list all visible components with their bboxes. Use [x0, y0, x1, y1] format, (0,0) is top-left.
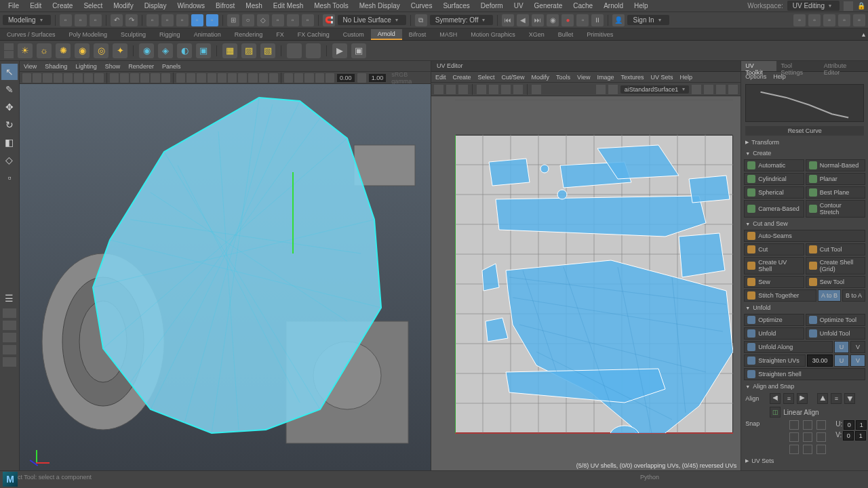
arnold-checker3-icon[interactable]: ▧ [260, 43, 275, 58]
layout5-button[interactable]: ▫ [853, 14, 865, 26]
select-mode-button[interactable]: ▫ [146, 14, 159, 26]
menu-arnold[interactable]: Arnold [598, 2, 629, 9]
t7[interactable]: ⏸ [591, 14, 604, 26]
uv-btn[interactable] [477, 85, 486, 94]
shelf-tab-fxcache[interactable]: FX Caching [291, 30, 336, 39]
uv-btn[interactable] [513, 85, 523, 94]
vp-gamma[interactable]: 1.00 [369, 74, 387, 82]
vp-btn[interactable] [43, 73, 52, 83]
layout1-button[interactable]: ▫ [793, 14, 806, 26]
linear-align-icon[interactable]: ◫ [770, 407, 781, 418]
vp-menu-show[interactable]: Show [105, 63, 121, 70]
uvm-help[interactable]: Help [679, 74, 692, 81]
vp-btn[interactable] [238, 73, 247, 83]
shelf-tab-render[interactable]: Rendering [228, 30, 270, 39]
shelf-tab-arnold[interactable]: Arnold [371, 29, 402, 40]
lock-icon[interactable]: 🔒 [857, 2, 865, 9]
section-cutsew[interactable]: ▼Cut and Sew [741, 218, 868, 229]
vp-btn[interactable] [22, 73, 31, 83]
uv-btn[interactable] [458, 85, 468, 94]
align-left[interactable]: ⯇ [770, 393, 781, 404]
vp-menu-shading[interactable]: Shading [45, 63, 67, 70]
vp-btn[interactable] [64, 73, 73, 83]
btn-unfold-along[interactable]: Unfold Along [744, 341, 833, 353]
shelf-tab-bullet[interactable]: Bullet [551, 30, 580, 39]
arnold-mesh-light-icon[interactable]: ✺ [56, 43, 71, 58]
menu-curves[interactable]: Curves [406, 2, 438, 9]
tab-attr-editor[interactable]: Attribute Editor [820, 61, 868, 71]
menu-edit[interactable]: Edit [24, 2, 47, 9]
btn-camera-based[interactable]: Camera-Based [744, 200, 804, 218]
uv-btn[interactable] [501, 85, 511, 94]
shelf-tab-sculpt[interactable]: Sculpting [114, 30, 153, 39]
shelf-tab-mash[interactable]: MASH [433, 30, 464, 39]
menu-generate[interactable]: Generate [529, 2, 568, 9]
snap-tr[interactable] [816, 420, 826, 430]
viewport-3d[interactable] [20, 84, 431, 470]
shelf-tab-anim[interactable]: Animation [187, 30, 228, 39]
menu-surfaces[interactable]: Surfaces [437, 2, 475, 9]
vp-menu-panels[interactable]: Panels [162, 63, 181, 70]
align-right[interactable]: ⯈ [797, 393, 808, 404]
uv-btn[interactable] [692, 85, 701, 94]
snap-point-button[interactable]: ◇ [257, 14, 269, 26]
uvm-select[interactable]: Select [478, 74, 495, 81]
open-scene-button[interactable]: ▫ [75, 14, 87, 26]
uvm-view[interactable]: View [577, 74, 590, 81]
layout-single[interactable] [3, 308, 16, 318]
vp-btn[interactable] [94, 73, 103, 83]
vp-menu-view[interactable]: View [24, 63, 37, 70]
layout-hsrc[interactable] [3, 357, 16, 367]
shelf-tab-prim[interactable]: Primitives [580, 30, 620, 39]
arnold-curve-icon[interactable]: ◐ [177, 43, 192, 58]
vp-btn[interactable] [228, 73, 237, 83]
vp-btn[interactable] [74, 73, 83, 83]
uv-btn[interactable] [489, 85, 498, 94]
arnold-volume-icon[interactable]: ▣ [196, 43, 211, 58]
uvm-tools[interactable]: Tools [556, 74, 570, 81]
sym-button[interactable]: ⧉ [415, 14, 427, 26]
vp-btn[interactable] [33, 73, 41, 83]
pinning-curve[interactable] [745, 84, 864, 122]
shelf-tab-xgen[interactable]: XGen [522, 30, 551, 39]
mode-dropdown[interactable]: Modeling [3, 15, 51, 25]
outliner-button[interactable]: ☰ [1, 290, 18, 306]
btn-auto-seams[interactable]: Auto-Seams [744, 230, 865, 242]
uvm-uvsets[interactable]: UV Sets [650, 74, 673, 81]
arnold-photometric-icon[interactable]: ◉ [75, 43, 90, 58]
t1[interactable]: ⏮ [502, 14, 514, 26]
snap-tc[interactable] [803, 420, 812, 430]
live-surface-dropdown[interactable]: No Live Surface [338, 15, 406, 25]
vp-btn[interactable] [54, 73, 62, 83]
btn-optimize-tool[interactable]: Optimize Tool [806, 314, 865, 326]
btn-automatic[interactable]: Automatic [744, 159, 804, 171]
menu-meshtools[interactable]: Mesh Tools [309, 2, 353, 9]
shelf-tab-curves[interactable]: Curves / Surfaces [0, 30, 62, 39]
btn-unfold[interactable]: Unfold [744, 327, 804, 340]
tab-uv-toolkit[interactable]: UV Toolkit [741, 61, 776, 71]
t3[interactable]: ⏭ [532, 14, 544, 26]
align-top[interactable]: ⯅ [817, 393, 828, 404]
vp-btn[interactable] [304, 73, 313, 83]
arnold-sphere-icon[interactable]: ◉ [139, 43, 154, 58]
section-transform[interactable]: ▶Transform [741, 137, 868, 148]
layout-persp[interactable] [3, 345, 16, 354]
rotate-tool[interactable]: ↻ [1, 117, 18, 133]
arnold-physical-sky-icon[interactable]: ✦ [113, 43, 127, 58]
uv-btn[interactable] [704, 85, 713, 94]
shelf-switch2[interactable] [4, 51, 14, 58]
select-tool[interactable]: ↖ [1, 64, 18, 80]
btn-sew-tool[interactable]: Sew Tool [806, 276, 865, 288]
vp-btn[interactable] [208, 73, 216, 83]
menu-mesh[interactable]: Mesh [240, 2, 267, 9]
section-align[interactable]: ▼Align and Snap [741, 381, 868, 392]
arnold-checker1-icon[interactable]: ▦ [222, 43, 237, 58]
lasso-tool[interactable]: ✎ [1, 81, 18, 98]
arnold-box1-icon[interactable] [287, 43, 302, 58]
uv-btn[interactable] [716, 85, 726, 94]
btn-create-grid[interactable]: Create Shell (Grid) [806, 257, 865, 274]
tk-menu-options[interactable]: Options [745, 73, 766, 80]
align-hcenter[interactable]: ≡ [783, 393, 794, 404]
arnold-cube-icon[interactable]: ◈ [158, 43, 173, 58]
last-tool[interactable]: ◇ [1, 152, 18, 168]
